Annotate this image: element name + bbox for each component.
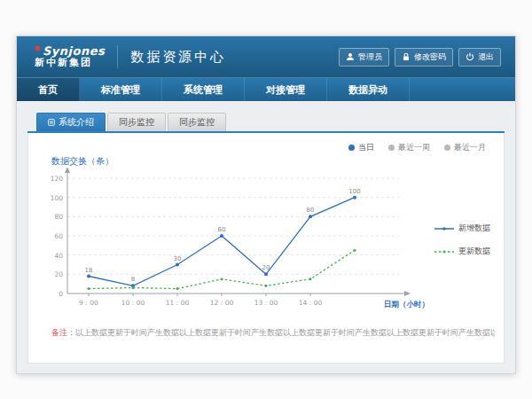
main-nav: 首页 标准管理 系统管理 对接管理 数据异动: [17, 77, 515, 101]
svg-text:80: 80: [307, 207, 315, 214]
footnote-text: 以上数据更新于时间产生数据以上数据更新于时间产生数据以上数据更新于时间产生数据以…: [75, 328, 495, 337]
footnote: 备注：以上数据更新于时间产生数据以上数据更新于时间产生数据以上数据更新于时间产生…: [37, 327, 495, 339]
legend-label: 新增数据: [458, 223, 490, 234]
svg-text:60: 60: [218, 226, 226, 233]
logo-text-cn: 新中新集团: [35, 58, 105, 68]
filter-label: 当日: [358, 142, 374, 153]
lock-icon: [402, 52, 411, 61]
desktop-background: Synjones 新中新集团 数据资源中心 管理员: [0, 0, 532, 399]
legend-item-new-data[interactable]: 新增数据: [434, 223, 490, 234]
footnote-label: 备注：: [51, 328, 75, 337]
user-actions: 管理员 修改密码 退出: [339, 48, 501, 66]
svg-text:20: 20: [54, 270, 63, 278]
line-chart: 0204060801001209：0010：0011：0012：0013：001…: [37, 168, 433, 320]
svg-text:日期（小时）: 日期（小时）: [384, 300, 429, 309]
nav-item-connection-mgmt[interactable]: 对接管理: [245, 78, 327, 101]
svg-text:120: 120: [51, 175, 64, 183]
svg-text:9：00: 9：00: [79, 299, 98, 307]
svg-text:14：00: 14：00: [299, 299, 323, 307]
filter-dot-icon: [348, 145, 355, 151]
change-password-label: 修改密码: [414, 51, 446, 63]
change-password-button[interactable]: 修改密码: [395, 48, 453, 66]
chart-panel: 当日 最近一周 最近一月 数据交换（条） 0204060801001209：00…: [27, 133, 505, 364]
y-axis-title: 数据交换（条）: [51, 155, 495, 168]
tab-bar: 系统介绍 同步监控 同步监控: [27, 113, 505, 131]
svg-text:10：00: 10：00: [121, 299, 145, 307]
grid-icon: [48, 119, 55, 126]
filter-label: 最近一月: [454, 142, 486, 153]
svg-text:60: 60: [54, 232, 63, 240]
svg-text:18: 18: [85, 267, 93, 274]
svg-text:12：00: 12：00: [210, 299, 234, 307]
legend-label: 更新数据: [458, 246, 490, 257]
svg-text:40: 40: [54, 252, 63, 260]
nav-item-system-mgmt[interactable]: 系统管理: [162, 78, 245, 101]
filter-label: 最近一周: [398, 142, 430, 153]
filter-last-week[interactable]: 最近一周: [388, 142, 430, 153]
svg-text:100: 100: [51, 194, 64, 202]
nav-item-standard-mgmt[interactable]: 标准管理: [80, 78, 162, 101]
nav-item-home[interactable]: 首页: [17, 78, 80, 101]
svg-text:20: 20: [262, 264, 270, 271]
dashed-line-sample-icon: [434, 248, 454, 255]
brand-logo: Synjones 新中新集团: [26, 45, 105, 68]
logo-star-icon: [35, 45, 41, 51]
filter-last-month[interactable]: 最近一月: [444, 142, 486, 153]
tab-label: 同步监控: [119, 116, 154, 129]
svg-text:13：00: 13：00: [254, 299, 278, 307]
svg-text:80: 80: [54, 213, 63, 221]
chart-row: 0204060801001209：0010：0011：0012：0013：001…: [37, 168, 495, 320]
chart-legend: 新增数据 更新数据: [434, 223, 490, 257]
solid-line-sample-icon: [434, 225, 454, 232]
app-header: Synjones 新中新集团 数据资源中心 管理员: [17, 36, 515, 77]
svg-text:8: 8: [131, 276, 135, 283]
logout-button[interactable]: 退出: [458, 48, 501, 66]
filter-today[interactable]: 当日: [348, 142, 374, 153]
nav-item-data-change[interactable]: 数据异动: [327, 78, 410, 101]
admin-button[interactable]: 管理员: [339, 48, 389, 66]
chart-filters: 当日 最近一周 最近一月: [37, 137, 495, 153]
filter-dot-icon: [388, 145, 395, 151]
content-area: 系统介绍 同步监控 同步监控 当日 最近一: [17, 101, 515, 364]
tab-system-intro[interactable]: 系统介绍: [36, 113, 106, 131]
header-divider: [117, 45, 118, 68]
svg-text:100: 100: [348, 188, 360, 195]
svg-text:11：00: 11：00: [166, 299, 190, 307]
app-title: 数据资源中心: [130, 49, 226, 66]
logout-label: 退出: [478, 51, 494, 63]
tab-sync-monitor-1[interactable]: 同步监控: [107, 113, 166, 131]
tab-label: 同步监控: [179, 116, 215, 129]
svg-text:30: 30: [174, 255, 182, 262]
tab-sync-monitor-2[interactable]: 同步监控: [168, 113, 226, 131]
user-icon: [346, 52, 355, 61]
tab-label: 系统介绍: [59, 116, 94, 129]
legend-item-updated-data[interactable]: 更新数据: [434, 246, 490, 257]
power-icon: [466, 52, 474, 61]
logo-text-en: Synjones: [43, 45, 105, 58]
admin-button-label: 管理员: [358, 51, 382, 63]
svg-text:0: 0: [59, 290, 63, 298]
app-window: Synjones 新中新集团 数据资源中心 管理员: [16, 35, 516, 374]
filter-dot-icon: [444, 145, 450, 151]
